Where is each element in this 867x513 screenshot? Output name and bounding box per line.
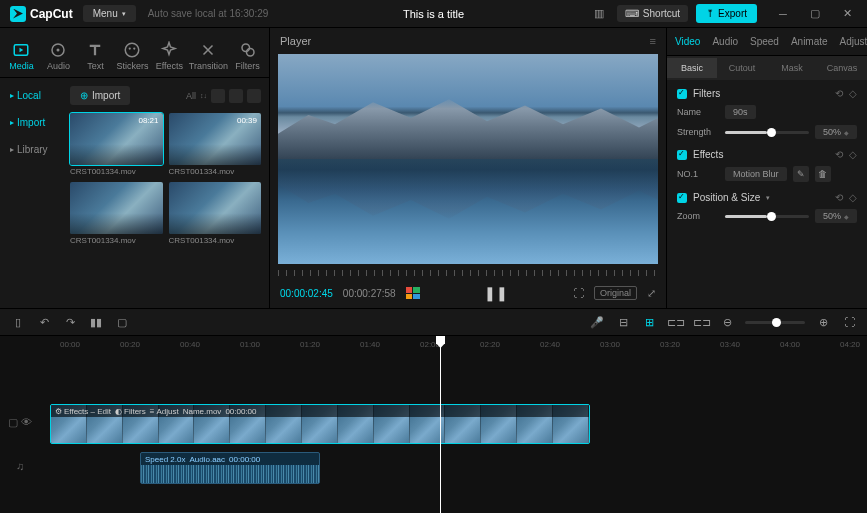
reset-icon[interactable]: ⟲ <box>835 149 843 160</box>
subtab-mask[interactable]: Mask <box>767 58 817 78</box>
fullscreen-icon[interactable]: ⤢ <box>647 287 656 300</box>
svg-point-4 <box>129 47 131 49</box>
tab-effects[interactable]: Effects <box>152 34 187 77</box>
proptab-animate[interactable]: Animate <box>791 36 828 47</box>
magnet-icon[interactable]: ⊞ <box>641 316 657 329</box>
layout-icon[interactable]: ▥ <box>589 4 609 24</box>
maximize-icon[interactable]: ▢ <box>805 4 825 24</box>
audio-clip[interactable]: Speed 2.0xAudio.aac00:00:00 <box>140 452 320 484</box>
filters-heading: Filters <box>693 88 720 99</box>
split-icon[interactable]: ▮▮ <box>88 316 104 329</box>
preview-icon[interactable]: ⊏⊐ <box>693 316 709 329</box>
current-timecode: 00:00:02:45 <box>280 288 333 299</box>
player-label: Player <box>280 35 311 47</box>
color-preview-icon[interactable] <box>406 287 420 299</box>
delete-icon[interactable]: 🗑 <box>815 166 831 182</box>
keyframe-icon[interactable]: ◇ <box>849 88 857 99</box>
media-item[interactable]: CRST001334.mov <box>70 182 163 245</box>
view-list-icon[interactable] <box>229 89 243 103</box>
svg-point-3 <box>126 43 140 57</box>
proptab-speed[interactable]: Speed <box>750 36 779 47</box>
ratio-button[interactable]: Original <box>594 286 637 300</box>
subtab-canvas[interactable]: Canvas <box>817 58 867 78</box>
strength-slider[interactable] <box>725 131 809 134</box>
minimize-icon[interactable]: ─ <box>773 4 793 24</box>
subtab-basic[interactable]: Basic <box>667 58 717 78</box>
video-track-label[interactable]: ▢ 👁 <box>0 400 40 444</box>
edit-icon[interactable]: ✎ <box>793 166 809 182</box>
undo-icon[interactable]: ↶ <box>36 316 52 329</box>
redo-icon[interactable]: ↷ <box>62 316 78 329</box>
timeline-zoom-slider[interactable] <box>745 321 805 324</box>
link-icon[interactable]: ⊏⊐ <box>667 316 683 329</box>
filters-checkbox[interactable] <box>677 89 687 99</box>
brand-name: CapCut <box>30 7 73 21</box>
keyframe-icon[interactable]: ◇ <box>849 149 857 160</box>
position-checkbox[interactable] <box>677 193 687 203</box>
strength-value[interactable]: 50% <box>815 125 857 139</box>
delete-tool-icon[interactable]: ▢ <box>114 316 130 329</box>
player-menu-icon[interactable]: ≡ <box>650 35 656 47</box>
svg-point-6 <box>242 44 250 52</box>
sidebar-item-import[interactable]: Import <box>4 113 58 132</box>
media-panel: Media Audio Text Stickers Effects Transi… <box>0 28 270 308</box>
project-title[interactable]: This is a title <box>403 8 464 20</box>
player-panel: Player≡ 00:00:02:45 00:00:27:58 ❚❚ ⛶ Ori… <box>270 28 667 308</box>
properties-panel: Video Audio Speed Animate Adjust Basic C… <box>667 28 867 308</box>
reset-icon[interactable]: ⟲ <box>835 88 843 99</box>
proptab-video[interactable]: Video <box>675 36 700 47</box>
preview-ruler[interactable] <box>278 268 658 278</box>
fit-icon[interactable]: ⛶ <box>841 316 857 328</box>
import-button[interactable]: Import <box>70 86 130 105</box>
sidebar-item-library[interactable]: Library <box>4 140 58 159</box>
filter-all[interactable]: All <box>186 91 196 101</box>
track-icon[interactable]: ⊟ <box>615 316 631 329</box>
view-sort-icon[interactable] <box>247 89 261 103</box>
tab-audio[interactable]: Audio <box>41 34 76 77</box>
tab-stickers[interactable]: Stickers <box>115 34 150 77</box>
zoom-in-icon[interactable]: ⊕ <box>815 316 831 329</box>
menu-button[interactable]: Menu▾ <box>83 5 136 22</box>
crop-icon[interactable]: ⛶ <box>573 287 584 299</box>
audio-track-label[interactable]: ♫ <box>0 444 40 488</box>
timeline-toolbar: ▯ ↶ ↷ ▮▮ ▢ 🎤 ⊟ ⊞ ⊏⊐ ⊏⊐ ⊖ ⊕ ⛶ <box>0 308 867 336</box>
tab-transition[interactable]: Transition <box>189 34 228 77</box>
keyframe-icon[interactable]: ◇ <box>849 192 857 203</box>
reset-icon[interactable]: ⟲ <box>835 192 843 203</box>
media-item[interactable]: 00:39CRST001334.mov <box>169 113 262 176</box>
mic-icon[interactable]: 🎤 <box>589 316 605 329</box>
autosave-status: Auto save local at 16:30:29 <box>148 8 269 19</box>
media-item[interactable]: 08:21CRST001334.mov <box>70 113 163 176</box>
zoom-value[interactable]: 50% <box>815 209 857 223</box>
timeline-ruler[interactable]: 00:00 00:20 00:40 01:00 01:20 01:40 02:0… <box>40 336 867 356</box>
filter-name-value[interactable]: 90s <box>725 105 756 119</box>
view-grid-icon[interactable] <box>211 89 225 103</box>
select-tool-icon[interactable]: ▯ <box>10 316 26 329</box>
zoom-out-icon[interactable]: ⊖ <box>719 316 735 329</box>
play-pause-button[interactable]: ❚❚ <box>484 285 508 301</box>
position-heading: Position & Size <box>693 192 760 203</box>
video-clip[interactable]: ⚙ Effects – Edit ◐ Filters ≡ Adjust Name… <box>50 404 590 444</box>
playhead[interactable] <box>440 336 441 513</box>
tab-media[interactable]: Media <box>4 34 39 77</box>
subtab-cutout[interactable]: Cutout <box>717 58 767 78</box>
proptab-audio[interactable]: Audio <box>712 36 738 47</box>
app-logo: CapCut <box>10 6 73 22</box>
effects-checkbox[interactable] <box>677 150 687 160</box>
close-icon[interactable]: ✕ <box>837 4 857 24</box>
svg-point-5 <box>134 47 136 49</box>
proptab-adjust[interactable]: Adjust <box>840 36 867 47</box>
preview-viewport[interactable] <box>278 54 658 264</box>
media-item[interactable]: CRST001334.mov <box>169 182 262 245</box>
tab-filters[interactable]: Filters <box>230 34 265 77</box>
total-timecode: 00:00:27:58 <box>343 288 396 299</box>
titlebar: CapCut Menu▾ Auto save local at 16:30:29… <box>0 0 867 28</box>
svg-point-7 <box>246 48 254 56</box>
zoom-slider[interactable] <box>725 215 809 218</box>
sidebar-item-local[interactable]: Local <box>4 86 58 105</box>
effects-heading: Effects <box>693 149 723 160</box>
logo-icon <box>10 6 26 22</box>
export-button[interactable]: ⤒ Export <box>696 4 757 23</box>
shortcut-button[interactable]: ⌨ Shortcut <box>617 5 688 22</box>
tab-text[interactable]: Text <box>78 34 113 77</box>
